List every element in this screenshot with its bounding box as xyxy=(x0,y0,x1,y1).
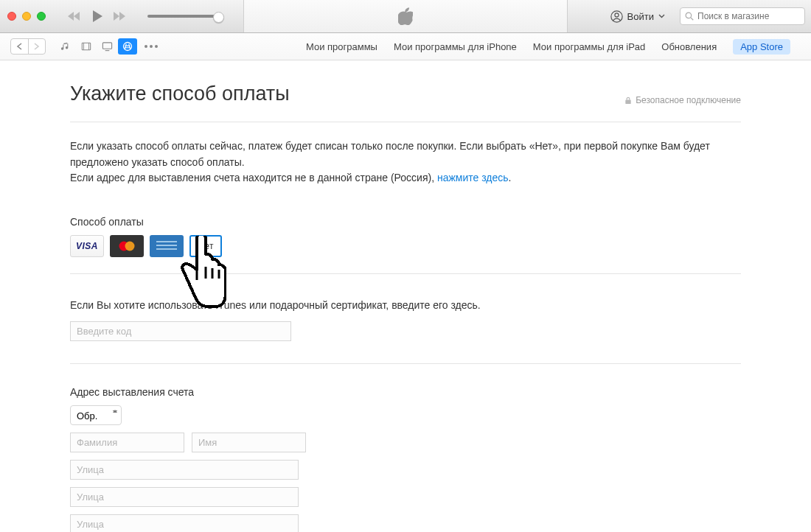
tab-ipad-apps[interactable]: Мои программы для iPad xyxy=(533,41,645,52)
play-button[interactable] xyxy=(91,10,103,23)
payment-method-label: Способ оплаты xyxy=(70,216,741,228)
payment-option-visa[interactable]: VISA xyxy=(70,235,104,257)
svg-point-1 xyxy=(615,13,619,16)
chevron-down-icon xyxy=(658,14,665,18)
sign-in-button[interactable]: Войти xyxy=(603,10,672,23)
page-title: Укажите способ оплаты xyxy=(70,83,290,105)
gift-card-text: Если Вы хотите использовать iTunes или п… xyxy=(70,299,741,311)
salutation-select[interactable]: Обр. xyxy=(70,405,122,425)
svg-rect-14 xyxy=(156,241,177,242)
playback-controls xyxy=(68,10,221,23)
zoom-window-button[interactable] xyxy=(37,12,46,21)
svg-point-2 xyxy=(686,13,692,18)
svg-rect-15 xyxy=(156,245,177,246)
svg-rect-4 xyxy=(82,43,90,50)
volume-slider[interactable] xyxy=(147,15,221,18)
svg-rect-7 xyxy=(102,43,111,49)
divider xyxy=(70,273,741,274)
billing-address-label: Адрес выставления счета xyxy=(70,386,741,398)
user-icon xyxy=(610,10,623,23)
tab-iphone-apps[interactable]: Мои программы для iPhone xyxy=(394,41,517,52)
change-country-link[interactable]: нажмите здесь xyxy=(437,172,509,183)
lock-icon xyxy=(624,97,632,105)
minimize-window-button[interactable] xyxy=(22,12,31,21)
history-nav xyxy=(10,38,46,55)
tab-app-store[interactable]: App Store xyxy=(733,39,790,55)
street1-input[interactable] xyxy=(70,460,299,480)
window-titlebar: Войти xyxy=(0,0,811,33)
back-button[interactable] xyxy=(11,39,29,54)
media-type-tabs xyxy=(56,38,137,55)
salutation-select-wrap: Обр. xyxy=(70,405,122,425)
page-content: Укажите способ оплаты Безопасное подключ… xyxy=(0,60,811,532)
music-tab[interactable] xyxy=(56,38,75,55)
mastercard-icon xyxy=(116,239,138,253)
more-button[interactable] xyxy=(145,45,158,48)
street2-input[interactable] xyxy=(70,487,299,507)
next-track-button[interactable] xyxy=(114,11,127,21)
store-section-tabs: Мои программы Мои программы для iPhone М… xyxy=(306,39,790,55)
close-window-button[interactable] xyxy=(7,12,16,21)
search-icon xyxy=(685,12,694,21)
apps-tab[interactable] xyxy=(118,38,137,55)
lastname-input[interactable] xyxy=(70,433,184,452)
svg-line-3 xyxy=(691,18,693,20)
payment-option-mastercard[interactable] xyxy=(110,235,144,257)
payment-option-none[interactable]: Нет xyxy=(189,235,222,257)
tv-tab[interactable] xyxy=(97,38,116,55)
movies-tab[interactable] xyxy=(77,38,96,55)
prev-track-button[interactable] xyxy=(68,11,81,21)
store-search-input[interactable] xyxy=(697,11,800,21)
apple-logo-icon xyxy=(398,7,413,25)
payment-option-amex[interactable] xyxy=(150,235,184,257)
payment-description: Если указать способ оплаты сейчас, плате… xyxy=(70,139,741,186)
store-search[interactable] xyxy=(680,7,805,25)
svg-rect-16 xyxy=(156,248,177,250)
sign-in-label: Войти xyxy=(627,11,654,22)
svg-point-12 xyxy=(125,242,135,251)
forward-button[interactable] xyxy=(29,39,46,54)
window-controls xyxy=(7,12,46,21)
divider xyxy=(70,363,741,364)
tab-updates[interactable]: Обновления xyxy=(661,41,717,52)
street3-input[interactable] xyxy=(70,514,299,532)
amex-icon xyxy=(154,238,179,254)
secure-connection-label: Безопасное подключение xyxy=(624,95,741,105)
firstname-input[interactable] xyxy=(192,433,306,452)
gift-code-input[interactable] xyxy=(70,321,291,341)
toolbar: Мои программы Мои программы для iPhone М… xyxy=(0,33,811,60)
svg-point-9 xyxy=(123,42,131,50)
svg-rect-10 xyxy=(626,99,631,104)
tab-my-apps[interactable]: Мои программы xyxy=(306,41,377,52)
lcd-display xyxy=(243,0,568,32)
payment-options: VISA Нет xyxy=(70,235,741,257)
